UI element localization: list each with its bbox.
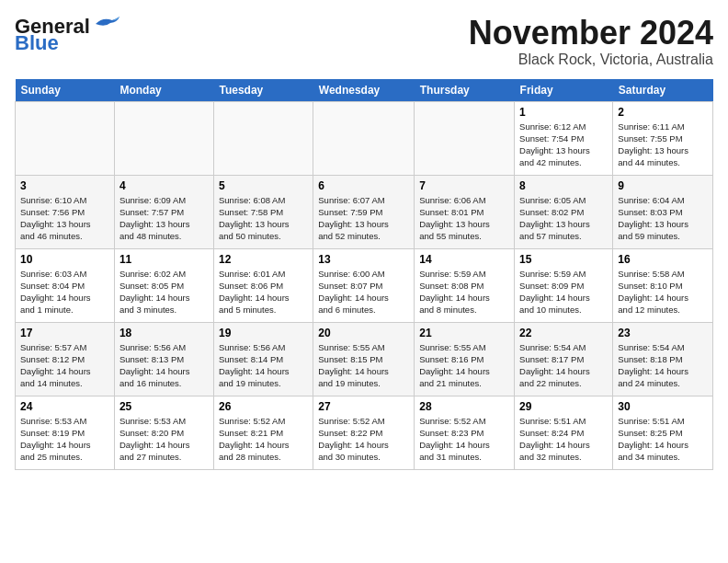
calendar-week-row: 24Sunrise: 5:53 AM Sunset: 8:19 PM Dayli…: [16, 396, 713, 469]
day-info: Sunrise: 5:54 AM Sunset: 8:18 PM Dayligh…: [618, 341, 708, 390]
day-info: Sunrise: 5:53 AM Sunset: 8:19 PM Dayligh…: [20, 415, 109, 464]
day-info: Sunrise: 5:52 AM Sunset: 8:21 PM Dayligh…: [219, 415, 308, 464]
day-info: Sunrise: 6:11 AM Sunset: 7:55 PM Dayligh…: [618, 121, 708, 169]
day-info: Sunrise: 5:51 AM Sunset: 8:24 PM Dayligh…: [519, 415, 608, 464]
calendar-cell: 25Sunrise: 5:53 AM Sunset: 8:20 PM Dayli…: [114, 396, 213, 469]
calendar-cell: 20Sunrise: 5:55 AM Sunset: 8:15 PM Dayli…: [313, 322, 415, 396]
calendar-cell: 7Sunrise: 6:06 AM Sunset: 8:01 PM Daylig…: [415, 175, 515, 248]
calendar-cell: 8Sunrise: 6:05 AM Sunset: 8:02 PM Daylig…: [515, 175, 613, 248]
day-number: 18: [119, 327, 209, 339]
header-sunday: Sunday: [16, 79, 115, 102]
day-number: 30: [618, 400, 708, 413]
day-number: 15: [519, 253, 608, 266]
day-info: Sunrise: 5:57 AM Sunset: 8:12 PM Dayligh…: [20, 341, 109, 390]
calendar-table: SundayMondayTuesdayWednesdayThursdayFrid…: [15, 79, 713, 470]
day-info: Sunrise: 6:08 AM Sunset: 7:58 PM Dayligh…: [219, 194, 308, 243]
day-number: 19: [219, 327, 308, 339]
day-number: 28: [419, 400, 509, 413]
calendar-week-row: 17Sunrise: 5:57 AM Sunset: 8:12 PM Dayli…: [16, 322, 713, 396]
page-header: General Blue November 2024 Black Rock, V…: [15, 15, 713, 68]
calendar-cell: 30Sunrise: 5:51 AM Sunset: 8:25 PM Dayli…: [613, 396, 713, 469]
calendar-header-row: SundayMondayTuesdayWednesdayThursdayFrid…: [16, 79, 713, 102]
day-number: 27: [318, 400, 409, 413]
calendar-title: November 2024: [469, 15, 713, 52]
day-info: Sunrise: 5:59 AM Sunset: 8:08 PM Dayligh…: [419, 268, 509, 316]
calendar-cell: [16, 101, 115, 175]
logo-bird-icon: [92, 15, 121, 33]
day-number: 10: [20, 253, 109, 266]
day-number: 16: [618, 253, 708, 266]
calendar-cell: [415, 101, 515, 175]
calendar-cell: 16Sunrise: 5:58 AM Sunset: 8:10 PM Dayli…: [613, 248, 713, 322]
day-info: Sunrise: 5:55 AM Sunset: 8:15 PM Dayligh…: [318, 341, 409, 390]
calendar-cell: 1Sunrise: 6:12 AM Sunset: 7:54 PM Daylig…: [515, 101, 613, 175]
day-number: 4: [119, 179, 209, 192]
calendar-cell: 19Sunrise: 5:56 AM Sunset: 8:14 PM Dayli…: [213, 322, 313, 396]
calendar-cell: [313, 101, 415, 175]
day-info: Sunrise: 6:12 AM Sunset: 7:54 PM Dayligh…: [519, 121, 608, 169]
day-number: 7: [419, 179, 509, 192]
header-thursday: Thursday: [415, 79, 515, 102]
calendar-cell: 12Sunrise: 6:01 AM Sunset: 8:06 PM Dayli…: [213, 248, 313, 322]
header-saturday: Saturday: [613, 79, 713, 102]
calendar-cell: 6Sunrise: 6:07 AM Sunset: 7:59 PM Daylig…: [313, 175, 415, 248]
calendar-week-row: 3Sunrise: 6:10 AM Sunset: 7:56 PM Daylig…: [16, 175, 713, 248]
day-number: 8: [519, 179, 608, 192]
day-number: 17: [20, 327, 109, 339]
calendar-cell: 26Sunrise: 5:52 AM Sunset: 8:21 PM Dayli…: [213, 396, 313, 469]
day-number: 26: [219, 400, 308, 413]
title-block: November 2024 Black Rock, Victoria, Aust…: [469, 15, 713, 68]
header-tuesday: Tuesday: [213, 79, 313, 102]
day-info: Sunrise: 6:00 AM Sunset: 8:07 PM Dayligh…: [318, 268, 409, 316]
day-info: Sunrise: 5:54 AM Sunset: 8:17 PM Dayligh…: [519, 341, 608, 390]
calendar-week-row: 10Sunrise: 6:03 AM Sunset: 8:04 PM Dayli…: [16, 248, 713, 322]
day-number: 1: [519, 106, 608, 119]
calendar-cell: [114, 101, 213, 175]
calendar-cell: 13Sunrise: 6:00 AM Sunset: 8:07 PM Dayli…: [313, 248, 415, 322]
day-number: 22: [519, 327, 608, 339]
day-info: Sunrise: 6:03 AM Sunset: 8:04 PM Dayligh…: [20, 268, 109, 316]
calendar-cell: 11Sunrise: 6:02 AM Sunset: 8:05 PM Dayli…: [114, 248, 213, 322]
calendar-week-row: 1Sunrise: 6:12 AM Sunset: 7:54 PM Daylig…: [16, 101, 713, 175]
calendar-subtitle: Black Rock, Victoria, Australia: [469, 52, 713, 68]
day-info: Sunrise: 5:59 AM Sunset: 8:09 PM Dayligh…: [519, 268, 608, 316]
day-info: Sunrise: 5:56 AM Sunset: 8:13 PM Dayligh…: [119, 341, 209, 390]
day-number: 12: [219, 253, 308, 266]
day-number: 9: [618, 179, 708, 192]
calendar-cell: 17Sunrise: 5:57 AM Sunset: 8:12 PM Dayli…: [16, 322, 115, 396]
calendar-cell: 9Sunrise: 6:04 AM Sunset: 8:03 PM Daylig…: [613, 175, 713, 248]
calendar-cell: 2Sunrise: 6:11 AM Sunset: 7:55 PM Daylig…: [613, 101, 713, 175]
day-info: Sunrise: 6:05 AM Sunset: 8:02 PM Dayligh…: [519, 194, 608, 243]
day-info: Sunrise: 5:52 AM Sunset: 8:23 PM Dayligh…: [419, 415, 509, 464]
day-number: 21: [419, 327, 509, 339]
calendar-cell: 15Sunrise: 5:59 AM Sunset: 8:09 PM Dayli…: [515, 248, 613, 322]
calendar-cell: 5Sunrise: 6:08 AM Sunset: 7:58 PM Daylig…: [213, 175, 313, 248]
header-wednesday: Wednesday: [313, 79, 415, 102]
header-friday: Friday: [515, 79, 613, 102]
day-number: 11: [119, 253, 209, 266]
day-number: 24: [20, 400, 109, 413]
day-number: 20: [318, 327, 409, 339]
day-number: 13: [318, 253, 409, 266]
day-number: 3: [20, 179, 109, 192]
header-monday: Monday: [114, 79, 213, 102]
calendar-cell: 23Sunrise: 5:54 AM Sunset: 8:18 PM Dayli…: [613, 322, 713, 396]
day-info: Sunrise: 6:09 AM Sunset: 7:57 PM Dayligh…: [119, 194, 209, 243]
day-info: Sunrise: 5:52 AM Sunset: 8:22 PM Dayligh…: [318, 415, 409, 464]
calendar-cell: 10Sunrise: 6:03 AM Sunset: 8:04 PM Dayli…: [16, 248, 115, 322]
logo-blue-text: Blue: [15, 31, 59, 55]
day-info: Sunrise: 6:02 AM Sunset: 8:05 PM Dayligh…: [119, 268, 209, 316]
day-info: Sunrise: 5:55 AM Sunset: 8:16 PM Dayligh…: [419, 341, 509, 390]
day-number: 5: [219, 179, 308, 192]
day-info: Sunrise: 6:06 AM Sunset: 8:01 PM Dayligh…: [419, 194, 509, 243]
calendar-cell: 18Sunrise: 5:56 AM Sunset: 8:13 PM Dayli…: [114, 322, 213, 396]
day-info: Sunrise: 5:53 AM Sunset: 8:20 PM Dayligh…: [119, 415, 209, 464]
day-info: Sunrise: 6:04 AM Sunset: 8:03 PM Dayligh…: [618, 194, 708, 243]
calendar-cell: [213, 101, 313, 175]
calendar-cell: 24Sunrise: 5:53 AM Sunset: 8:19 PM Dayli…: [16, 396, 115, 469]
day-number: 6: [318, 179, 409, 192]
calendar-cell: 29Sunrise: 5:51 AM Sunset: 8:24 PM Dayli…: [515, 396, 613, 469]
calendar-cell: 27Sunrise: 5:52 AM Sunset: 8:22 PM Dayli…: [313, 396, 415, 469]
calendar-cell: 28Sunrise: 5:52 AM Sunset: 8:23 PM Dayli…: [415, 396, 515, 469]
logo: General Blue: [15, 15, 121, 55]
